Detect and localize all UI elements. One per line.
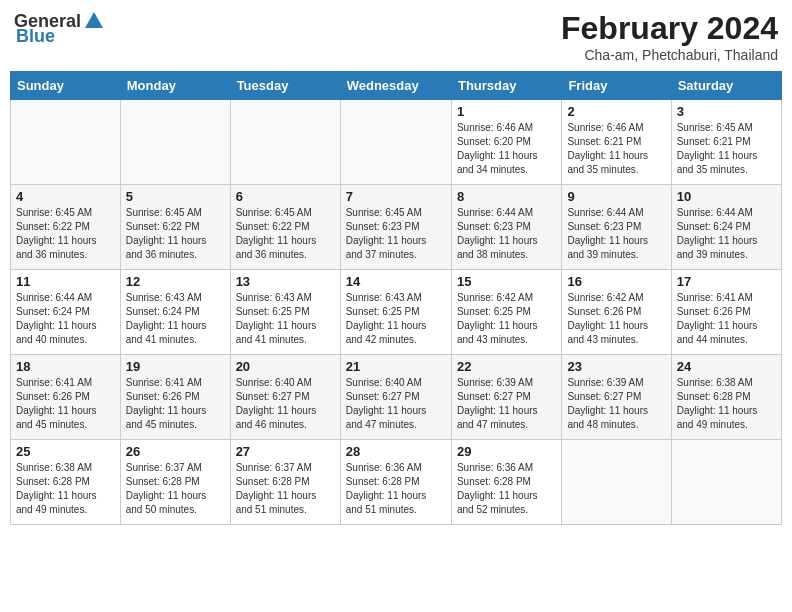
calendar-cell: 27Sunrise: 6:37 AM Sunset: 6:28 PM Dayli… (230, 440, 340, 525)
weekday-header: Saturday (671, 72, 781, 100)
day-number: 5 (126, 189, 225, 204)
day-info: Sunrise: 6:42 AM Sunset: 6:25 PM Dayligh… (457, 291, 556, 347)
day-info: Sunrise: 6:39 AM Sunset: 6:27 PM Dayligh… (457, 376, 556, 432)
svg-marker-0 (85, 12, 103, 28)
day-number: 21 (346, 359, 446, 374)
calendar-cell: 23Sunrise: 6:39 AM Sunset: 6:27 PM Dayli… (562, 355, 671, 440)
calendar-cell: 28Sunrise: 6:36 AM Sunset: 6:28 PM Dayli… (340, 440, 451, 525)
month-year-title: February 2024 (561, 10, 778, 47)
day-info: Sunrise: 6:46 AM Sunset: 6:20 PM Dayligh… (457, 121, 556, 177)
day-number: 1 (457, 104, 556, 119)
weekday-header: Tuesday (230, 72, 340, 100)
day-info: Sunrise: 6:43 AM Sunset: 6:24 PM Dayligh… (126, 291, 225, 347)
day-number: 10 (677, 189, 776, 204)
day-info: Sunrise: 6:43 AM Sunset: 6:25 PM Dayligh… (346, 291, 446, 347)
day-info: Sunrise: 6:42 AM Sunset: 6:26 PM Dayligh… (567, 291, 665, 347)
day-info: Sunrise: 6:37 AM Sunset: 6:28 PM Dayligh… (126, 461, 225, 517)
weekday-header: Wednesday (340, 72, 451, 100)
day-number: 28 (346, 444, 446, 459)
day-number: 4 (16, 189, 115, 204)
day-number: 29 (457, 444, 556, 459)
day-info: Sunrise: 6:40 AM Sunset: 6:27 PM Dayligh… (346, 376, 446, 432)
day-number: 11 (16, 274, 115, 289)
day-info: Sunrise: 6:38 AM Sunset: 6:28 PM Dayligh… (677, 376, 776, 432)
day-number: 15 (457, 274, 556, 289)
weekday-header: Sunday (11, 72, 121, 100)
calendar-week-row: 18Sunrise: 6:41 AM Sunset: 6:26 PM Dayli… (11, 355, 782, 440)
calendar-cell: 26Sunrise: 6:37 AM Sunset: 6:28 PM Dayli… (120, 440, 230, 525)
day-number: 9 (567, 189, 665, 204)
day-info: Sunrise: 6:44 AM Sunset: 6:24 PM Dayligh… (16, 291, 115, 347)
day-info: Sunrise: 6:41 AM Sunset: 6:26 PM Dayligh… (126, 376, 225, 432)
calendar-table: SundayMondayTuesdayWednesdayThursdayFrid… (10, 71, 782, 525)
calendar-cell (671, 440, 781, 525)
day-info: Sunrise: 6:39 AM Sunset: 6:27 PM Dayligh… (567, 376, 665, 432)
day-number: 24 (677, 359, 776, 374)
day-info: Sunrise: 6:46 AM Sunset: 6:21 PM Dayligh… (567, 121, 665, 177)
calendar-week-row: 11Sunrise: 6:44 AM Sunset: 6:24 PM Dayli… (11, 270, 782, 355)
calendar-cell: 9Sunrise: 6:44 AM Sunset: 6:23 PM Daylig… (562, 185, 671, 270)
calendar-cell: 10Sunrise: 6:44 AM Sunset: 6:24 PM Dayli… (671, 185, 781, 270)
calendar-cell: 21Sunrise: 6:40 AM Sunset: 6:27 PM Dayli… (340, 355, 451, 440)
day-number: 16 (567, 274, 665, 289)
day-info: Sunrise: 6:41 AM Sunset: 6:26 PM Dayligh… (677, 291, 776, 347)
calendar-cell: 12Sunrise: 6:43 AM Sunset: 6:24 PM Dayli… (120, 270, 230, 355)
day-number: 20 (236, 359, 335, 374)
calendar-cell: 22Sunrise: 6:39 AM Sunset: 6:27 PM Dayli… (451, 355, 561, 440)
day-info: Sunrise: 6:44 AM Sunset: 6:23 PM Dayligh… (567, 206, 665, 262)
day-number: 13 (236, 274, 335, 289)
day-info: Sunrise: 6:44 AM Sunset: 6:24 PM Dayligh… (677, 206, 776, 262)
calendar-cell: 7Sunrise: 6:45 AM Sunset: 6:23 PM Daylig… (340, 185, 451, 270)
day-info: Sunrise: 6:37 AM Sunset: 6:28 PM Dayligh… (236, 461, 335, 517)
day-info: Sunrise: 6:40 AM Sunset: 6:27 PM Dayligh… (236, 376, 335, 432)
day-number: 27 (236, 444, 335, 459)
day-number: 25 (16, 444, 115, 459)
day-number: 18 (16, 359, 115, 374)
calendar-cell: 16Sunrise: 6:42 AM Sunset: 6:26 PM Dayli… (562, 270, 671, 355)
calendar-cell: 19Sunrise: 6:41 AM Sunset: 6:26 PM Dayli… (120, 355, 230, 440)
day-info: Sunrise: 6:45 AM Sunset: 6:21 PM Dayligh… (677, 121, 776, 177)
calendar-week-row: 4Sunrise: 6:45 AM Sunset: 6:22 PM Daylig… (11, 185, 782, 270)
calendar-cell: 15Sunrise: 6:42 AM Sunset: 6:25 PM Dayli… (451, 270, 561, 355)
logo-blue: Blue (16, 26, 55, 47)
calendar-week-row: 25Sunrise: 6:38 AM Sunset: 6:28 PM Dayli… (11, 440, 782, 525)
calendar-cell: 29Sunrise: 6:36 AM Sunset: 6:28 PM Dayli… (451, 440, 561, 525)
day-number: 14 (346, 274, 446, 289)
day-number: 23 (567, 359, 665, 374)
calendar-cell: 3Sunrise: 6:45 AM Sunset: 6:21 PM Daylig… (671, 100, 781, 185)
day-info: Sunrise: 6:45 AM Sunset: 6:23 PM Dayligh… (346, 206, 446, 262)
calendar-cell (562, 440, 671, 525)
calendar-cell (230, 100, 340, 185)
day-info: Sunrise: 6:36 AM Sunset: 6:28 PM Dayligh… (457, 461, 556, 517)
day-info: Sunrise: 6:44 AM Sunset: 6:23 PM Dayligh… (457, 206, 556, 262)
calendar-cell: 24Sunrise: 6:38 AM Sunset: 6:28 PM Dayli… (671, 355, 781, 440)
location-subtitle: Cha-am, Phetchaburi, Thailand (561, 47, 778, 63)
day-number: 6 (236, 189, 335, 204)
logo: General Blue (14, 10, 105, 47)
weekday-header-row: SundayMondayTuesdayWednesdayThursdayFrid… (11, 72, 782, 100)
day-info: Sunrise: 6:36 AM Sunset: 6:28 PM Dayligh… (346, 461, 446, 517)
calendar-cell: 6Sunrise: 6:45 AM Sunset: 6:22 PM Daylig… (230, 185, 340, 270)
day-info: Sunrise: 6:38 AM Sunset: 6:28 PM Dayligh… (16, 461, 115, 517)
calendar-cell: 5Sunrise: 6:45 AM Sunset: 6:22 PM Daylig… (120, 185, 230, 270)
calendar-cell (340, 100, 451, 185)
day-number: 17 (677, 274, 776, 289)
calendar-cell (120, 100, 230, 185)
calendar-cell (11, 100, 121, 185)
calendar-week-row: 1Sunrise: 6:46 AM Sunset: 6:20 PM Daylig… (11, 100, 782, 185)
day-info: Sunrise: 6:45 AM Sunset: 6:22 PM Dayligh… (236, 206, 335, 262)
day-number: 22 (457, 359, 556, 374)
day-number: 3 (677, 104, 776, 119)
calendar-cell: 2Sunrise: 6:46 AM Sunset: 6:21 PM Daylig… (562, 100, 671, 185)
calendar-cell: 14Sunrise: 6:43 AM Sunset: 6:25 PM Dayli… (340, 270, 451, 355)
day-number: 7 (346, 189, 446, 204)
calendar-cell: 18Sunrise: 6:41 AM Sunset: 6:26 PM Dayli… (11, 355, 121, 440)
calendar-cell: 20Sunrise: 6:40 AM Sunset: 6:27 PM Dayli… (230, 355, 340, 440)
calendar-cell: 11Sunrise: 6:44 AM Sunset: 6:24 PM Dayli… (11, 270, 121, 355)
day-info: Sunrise: 6:41 AM Sunset: 6:26 PM Dayligh… (16, 376, 115, 432)
day-number: 12 (126, 274, 225, 289)
day-number: 19 (126, 359, 225, 374)
logo-icon (83, 10, 105, 32)
weekday-header: Monday (120, 72, 230, 100)
day-info: Sunrise: 6:45 AM Sunset: 6:22 PM Dayligh… (16, 206, 115, 262)
